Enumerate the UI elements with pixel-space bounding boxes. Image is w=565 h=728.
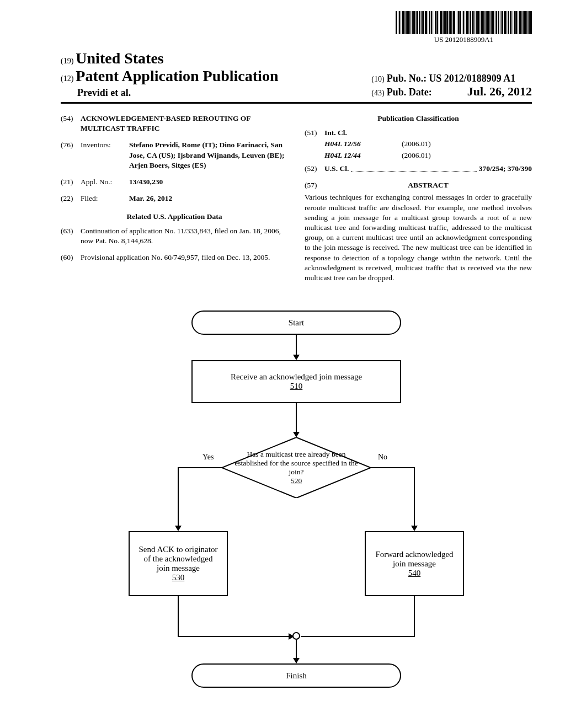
document-header: (19) United States (12) Patent Applicati… — [61, 50, 532, 104]
step-510-text: Receive an acknowledged join message — [231, 372, 362, 382]
left-column: (54) ACKNOWLEDGEMENT-BASED REROUTING OF … — [61, 114, 288, 283]
step-540-text: Forward acknowledged join message — [374, 550, 455, 569]
pub-date-prefix: (43) — [371, 89, 384, 97]
filed-label: Filed: — [81, 194, 129, 204]
intcl-label: Int. Cl. — [324, 129, 347, 137]
arrow-line — [296, 640, 297, 658]
no-label: No — [378, 453, 387, 462]
arrow-line — [301, 636, 415, 637]
arrow-line — [371, 467, 415, 468]
arrow-line — [414, 467, 415, 526]
junction-icon — [292, 632, 300, 640]
arrow-line — [414, 596, 415, 636]
inventors-list: Stefano Previdi, Rome (IT); Dino Farinac… — [129, 140, 288, 170]
decision-520-text: Has a multicast tree already been establ… — [233, 450, 360, 477]
abstract-text: Various techniques for exchanging contro… — [305, 192, 532, 283]
inventors-num: (76) — [61, 140, 81, 170]
flowchart-figure: Start Receive an acknowledged join messa… — [125, 311, 467, 691]
arrow-head-icon — [293, 658, 300, 663]
country-prefix: (19) — [61, 57, 73, 65]
right-column: Publication Classification (51) Int. Cl.… — [305, 114, 532, 283]
yes-label: Yes — [202, 453, 214, 462]
ipc-code-2: H04L 12/44 — [324, 151, 402, 160]
filed-num: (22) — [61, 194, 81, 204]
uscl-label: U.S. Cl. — [324, 164, 349, 173]
arrow-head-icon — [411, 526, 418, 531]
flowchart-finish: Finish — [191, 663, 401, 688]
country-name: United States — [76, 50, 163, 67]
flowchart-step-510: Receive an acknowledged join message 510 — [191, 360, 401, 403]
step-530-text: Send ACK to originator of the acknowledg… — [137, 545, 219, 573]
pub-date-value: Jul. 26, 2012 — [467, 84, 532, 98]
provisional-num: (60) — [61, 253, 81, 263]
barcode-block: US 20120188909A1 — [396, 11, 532, 44]
appl-no-label: Appl. No.: — [81, 177, 129, 187]
ipc-version-2: (2006.01) — [402, 151, 431, 160]
pub-no-prefix: (10) — [371, 75, 384, 83]
arrow-head-icon — [293, 355, 300, 360]
inventors-label: Inventors: — [81, 140, 129, 170]
title-num: (54) — [61, 114, 81, 133]
continuation-text: Continuation of application No. 11/333,8… — [81, 226, 288, 246]
appl-no-num: (21) — [61, 177, 81, 187]
flowchart-decision-520: Has a multicast tree already been establ… — [222, 437, 371, 498]
start-label: Start — [289, 318, 304, 328]
pub-date-label: Pub. Date: — [387, 87, 432, 98]
inventors-header: Previdi et al. — [61, 87, 278, 99]
barcode-icon — [396, 11, 532, 34]
ipc-version-1: (2006.01) — [402, 139, 431, 149]
pub-type-prefix: (12) — [61, 74, 73, 83]
flowchart-start: Start — [191, 311, 401, 335]
uscl-values: 370/254; 370/390 — [479, 164, 532, 173]
publication-type: Patent Application Publication — [76, 67, 278, 84]
abstract-label: ABSTRACT — [324, 180, 532, 190]
arrow-line — [178, 467, 222, 468]
uscl-num: (52) — [305, 164, 324, 174]
bibliographic-columns: (54) ACKNOWLEDGEMENT-BASED REROUTING OF … — [61, 114, 532, 283]
arrow-line — [178, 636, 292, 637]
pub-no-value: US 2012/0188909 A1 — [429, 73, 515, 84]
arrow-line — [178, 596, 179, 636]
step-530-ref: 530 — [137, 573, 219, 582]
filed-value: Mar. 26, 2012 — [129, 194, 172, 202]
abstract-num: (57) — [305, 180, 324, 190]
related-data-header: Related U.S. Application Data — [61, 212, 288, 222]
step-510-ref: 510 — [231, 382, 362, 391]
dot-leader — [351, 166, 476, 172]
arrow-head-icon — [293, 432, 300, 437]
barcode-text: US 20120188909A1 — [396, 35, 532, 44]
finish-label: Finish — [286, 671, 307, 681]
invention-title: ACKNOWLEDGEMENT-BASED REROUTING OF MULTI… — [81, 114, 288, 133]
classification-header: Publication Classification — [305, 114, 532, 124]
decision-520-ref: 520 — [233, 477, 360, 485]
appl-no-value: 13/430,230 — [129, 178, 163, 186]
intcl-num: (51) — [305, 128, 324, 138]
ipc-code-1: H04L 12/56 — [324, 139, 402, 149]
step-540-ref: 540 — [374, 569, 455, 578]
arrow-line — [296, 403, 297, 432]
flowchart-step-540: Forward acknowledged join message 540 — [365, 531, 464, 596]
flowchart-step-530: Send ACK to originator of the acknowledg… — [129, 531, 228, 596]
pub-no-label: Pub. No.: — [387, 73, 427, 84]
provisional-text: Provisional application No. 60/749,957, … — [81, 253, 288, 263]
continuation-num: (63) — [61, 226, 81, 246]
arrow-line — [296, 335, 297, 355]
arrow-line — [178, 467, 179, 526]
arrow-head-icon — [175, 526, 182, 531]
